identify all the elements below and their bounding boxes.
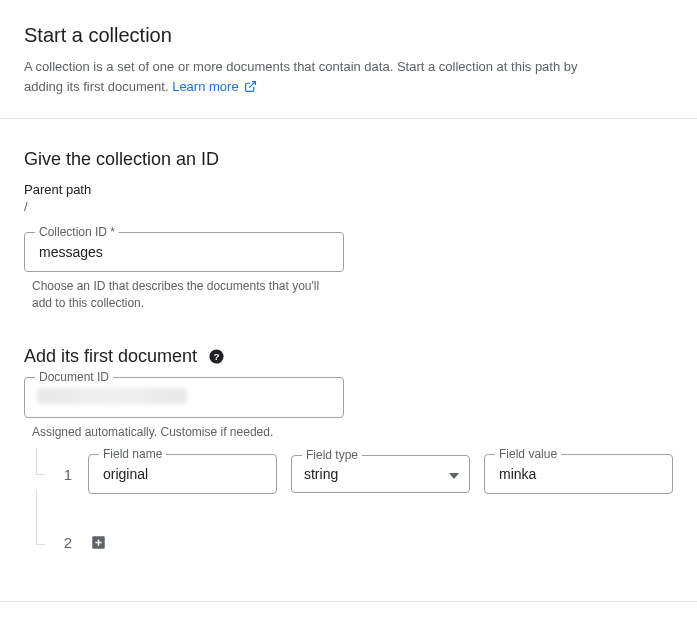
parent-path-value: /	[24, 199, 673, 214]
help-icon[interactable]: ?	[207, 347, 225, 365]
dialog-description: A collection is a set of one or more doc…	[24, 57, 584, 98]
dialog-description-text: A collection is a set of one or more doc…	[24, 59, 578, 94]
dialog-header: Start a collection A collection is a set…	[0, 0, 697, 119]
collection-heading: Give the collection an ID	[24, 149, 673, 170]
document-id-helper: Assigned automatically. Customise if nee…	[32, 424, 332, 441]
document-id-label: Document ID	[35, 370, 113, 384]
collection-id-field[interactable]: Collection ID *	[24, 232, 344, 272]
collection-id-input[interactable]	[37, 243, 331, 261]
collection-section: Give the collection an ID Parent path / …	[0, 119, 697, 312]
external-link-icon	[244, 79, 257, 99]
dialog-title: Start a collection	[24, 24, 673, 47]
document-heading: Add its first document	[24, 346, 197, 367]
field-value-label: Field value	[495, 447, 561, 461]
fields-area: 1 Field name Field type string Field val…	[24, 454, 673, 581]
row-index-2: 2	[52, 534, 72, 551]
row-index-1: 1	[52, 466, 72, 483]
svg-line-0	[250, 81, 256, 87]
svg-text:?: ?	[213, 351, 219, 362]
dialog-actions: SAVE SAVE & ADD ANOTHER CANCEL	[0, 601, 697, 620]
document-section: Add its first document ? Document ID Ass…	[0, 316, 697, 582]
field-row: 1 Field name Field type string Field val…	[48, 454, 673, 494]
learn-more-label: Learn more	[172, 79, 238, 94]
field-type-label: Field type	[302, 448, 362, 462]
field-type-select[interactable]: string	[304, 466, 457, 482]
document-id-field[interactable]: Document ID	[24, 377, 344, 418]
collection-id-helper: Choose an ID that describes the document…	[32, 278, 332, 312]
add-field-button[interactable]	[90, 535, 106, 551]
learn-more-link[interactable]: Learn more	[172, 79, 257, 94]
field-name-label: Field name	[99, 447, 166, 461]
field-name-input[interactable]	[101, 465, 264, 483]
parent-path-label: Parent path	[24, 182, 673, 197]
field-name-field[interactable]: Field name	[88, 454, 277, 494]
add-field-row: 2	[48, 534, 673, 551]
field-value-input[interactable]	[497, 465, 660, 483]
collection-id-label: Collection ID *	[35, 225, 119, 239]
field-value-field[interactable]: Field value	[484, 454, 673, 494]
document-id-value-obscured	[37, 388, 187, 404]
field-type-field[interactable]: Field type string	[291, 455, 470, 493]
